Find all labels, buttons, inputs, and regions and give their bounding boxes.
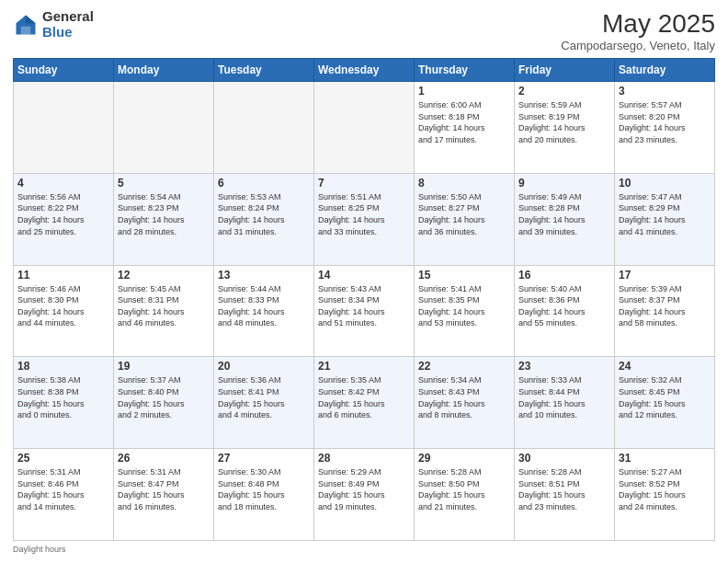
calendar-week-4: 25Sunrise: 5:31 AMSunset: 8:46 PMDayligh… bbox=[14, 449, 715, 541]
day-info: Sunrise: 5:57 AMSunset: 8:20 PMDaylight:… bbox=[619, 99, 711, 145]
day-info: Sunrise: 5:41 AMSunset: 8:35 PMDaylight:… bbox=[418, 283, 510, 329]
day-number: 21 bbox=[318, 360, 410, 373]
calendar-cell: 8Sunrise: 5:50 AMSunset: 8:27 PMDaylight… bbox=[415, 173, 515, 265]
footer: Daylight hours bbox=[13, 545, 715, 554]
day-info: Sunrise: 6:00 AMSunset: 8:18 PMDaylight:… bbox=[418, 99, 510, 145]
day-number: 6 bbox=[218, 177, 310, 190]
header-monday: Monday bbox=[114, 59, 214, 82]
calendar-cell: 5Sunrise: 5:54 AMSunset: 8:23 PMDaylight… bbox=[114, 173, 214, 265]
calendar-cell: 21Sunrise: 5:35 AMSunset: 8:42 PMDayligh… bbox=[314, 357, 415, 449]
day-number: 8 bbox=[418, 177, 510, 190]
day-number: 17 bbox=[619, 269, 711, 282]
day-info: Sunrise: 5:46 AMSunset: 8:30 PMDaylight:… bbox=[17, 283, 109, 329]
calendar-cell: 11Sunrise: 5:46 AMSunset: 8:30 PMDayligh… bbox=[14, 265, 114, 357]
calendar-table: Sunday Monday Tuesday Wednesday Thursday… bbox=[13, 58, 715, 541]
header-tuesday: Tuesday bbox=[214, 59, 314, 82]
header-friday: Friday bbox=[515, 59, 615, 82]
logo-general: General bbox=[42, 8, 94, 24]
calendar-cell: 9Sunrise: 5:49 AMSunset: 8:28 PMDaylight… bbox=[515, 173, 615, 265]
day-number: 24 bbox=[619, 360, 711, 373]
day-info: Sunrise: 5:39 AMSunset: 8:37 PMDaylight:… bbox=[619, 283, 711, 329]
day-number: 9 bbox=[518, 177, 610, 190]
calendar-cell: 29Sunrise: 5:28 AMSunset: 8:50 PMDayligh… bbox=[415, 449, 515, 541]
header-saturday: Saturday bbox=[615, 59, 715, 82]
day-info: Sunrise: 5:35 AMSunset: 8:42 PMDaylight:… bbox=[318, 374, 410, 420]
logo-blue: Blue bbox=[42, 24, 73, 40]
logo: General Blue bbox=[13, 9, 94, 40]
day-info: Sunrise: 5:45 AMSunset: 8:31 PMDaylight:… bbox=[118, 283, 210, 329]
day-info: Sunrise: 5:34 AMSunset: 8:43 PMDaylight:… bbox=[418, 374, 510, 420]
day-number: 16 bbox=[518, 269, 610, 282]
calendar-cell: 3Sunrise: 5:57 AMSunset: 8:20 PMDaylight… bbox=[615, 82, 715, 174]
day-number: 29 bbox=[418, 452, 510, 465]
day-info: Sunrise: 5:44 AMSunset: 8:33 PMDaylight:… bbox=[218, 283, 310, 329]
day-info: Sunrise: 5:54 AMSunset: 8:23 PMDaylight:… bbox=[118, 191, 210, 237]
day-number: 14 bbox=[318, 269, 410, 282]
day-info: Sunrise: 5:49 AMSunset: 8:28 PMDaylight:… bbox=[518, 191, 610, 237]
day-number: 30 bbox=[518, 452, 610, 465]
day-info: Sunrise: 5:50 AMSunset: 8:27 PMDaylight:… bbox=[418, 191, 510, 237]
day-info: Sunrise: 5:43 AMSunset: 8:34 PMDaylight:… bbox=[318, 283, 410, 329]
subtitle: Campodarsego, Veneto, Italy bbox=[561, 39, 715, 52]
calendar-week-0: 1Sunrise: 6:00 AMSunset: 8:18 PMDaylight… bbox=[14, 82, 715, 174]
calendar-week-2: 11Sunrise: 5:46 AMSunset: 8:30 PMDayligh… bbox=[14, 265, 715, 357]
calendar-cell: 19Sunrise: 5:37 AMSunset: 8:40 PMDayligh… bbox=[114, 357, 214, 449]
calendar-cell: 14Sunrise: 5:43 AMSunset: 8:34 PMDayligh… bbox=[314, 265, 415, 357]
calendar-cell: 30Sunrise: 5:28 AMSunset: 8:51 PMDayligh… bbox=[515, 449, 615, 541]
calendar-cell: 2Sunrise: 5:59 AMSunset: 8:19 PMDaylight… bbox=[515, 82, 615, 174]
day-info: Sunrise: 5:59 AMSunset: 8:19 PMDaylight:… bbox=[518, 99, 610, 145]
calendar-cell: 26Sunrise: 5:31 AMSunset: 8:47 PMDayligh… bbox=[114, 449, 214, 541]
day-info: Sunrise: 5:28 AMSunset: 8:50 PMDaylight:… bbox=[418, 466, 510, 512]
day-number: 7 bbox=[318, 177, 410, 190]
calendar-cell: 13Sunrise: 5:44 AMSunset: 8:33 PMDayligh… bbox=[214, 265, 314, 357]
day-number: 2 bbox=[518, 85, 610, 98]
title-block: May 2025 Campodarsego, Veneto, Italy bbox=[561, 9, 715, 52]
header-thursday: Thursday bbox=[415, 59, 515, 82]
calendar-cell: 23Sunrise: 5:33 AMSunset: 8:44 PMDayligh… bbox=[515, 357, 615, 449]
month-title: May 2025 bbox=[561, 9, 715, 39]
day-number: 22 bbox=[418, 360, 510, 373]
day-number: 10 bbox=[619, 177, 711, 190]
day-number: 15 bbox=[418, 269, 510, 282]
calendar-cell: 31Sunrise: 5:27 AMSunset: 8:52 PMDayligh… bbox=[615, 449, 715, 541]
calendar-cell: 15Sunrise: 5:41 AMSunset: 8:35 PMDayligh… bbox=[415, 265, 515, 357]
day-number: 25 bbox=[17, 452, 109, 465]
calendar-cell: 16Sunrise: 5:40 AMSunset: 8:36 PMDayligh… bbox=[515, 265, 615, 357]
page: General Blue May 2025 Campodarsego, Vene… bbox=[0, 0, 728, 563]
day-info: Sunrise: 5:28 AMSunset: 8:51 PMDaylight:… bbox=[518, 466, 610, 512]
day-number: 1 bbox=[418, 85, 510, 98]
day-info: Sunrise: 5:31 AMSunset: 8:46 PMDaylight:… bbox=[17, 466, 109, 512]
day-number: 28 bbox=[318, 452, 410, 465]
day-info: Sunrise: 5:53 AMSunset: 8:24 PMDaylight:… bbox=[218, 191, 310, 237]
day-info: Sunrise: 5:32 AMSunset: 8:45 PMDaylight:… bbox=[619, 374, 711, 420]
header-wednesday: Wednesday bbox=[314, 59, 415, 82]
day-number: 26 bbox=[118, 452, 210, 465]
day-number: 19 bbox=[118, 360, 210, 373]
calendar-cell: 25Sunrise: 5:31 AMSunset: 8:46 PMDayligh… bbox=[14, 449, 114, 541]
day-number: 3 bbox=[619, 85, 711, 98]
day-number: 13 bbox=[218, 269, 310, 282]
calendar-cell: 7Sunrise: 5:51 AMSunset: 8:25 PMDaylight… bbox=[314, 173, 415, 265]
calendar-cell bbox=[214, 82, 314, 174]
day-info: Sunrise: 5:36 AMSunset: 8:41 PMDaylight:… bbox=[218, 374, 310, 420]
calendar-cell: 10Sunrise: 5:47 AMSunset: 8:29 PMDayligh… bbox=[615, 173, 715, 265]
calendar-header-row: Sunday Monday Tuesday Wednesday Thursday… bbox=[14, 59, 715, 82]
day-number: 31 bbox=[619, 452, 711, 465]
day-info: Sunrise: 5:30 AMSunset: 8:48 PMDaylight:… bbox=[218, 466, 310, 512]
calendar-week-3: 18Sunrise: 5:38 AMSunset: 8:38 PMDayligh… bbox=[14, 357, 715, 449]
day-info: Sunrise: 5:37 AMSunset: 8:40 PMDaylight:… bbox=[118, 374, 210, 420]
calendar-cell: 27Sunrise: 5:30 AMSunset: 8:48 PMDayligh… bbox=[214, 449, 314, 541]
day-info: Sunrise: 5:33 AMSunset: 8:44 PMDaylight:… bbox=[518, 374, 610, 420]
day-info: Sunrise: 5:40 AMSunset: 8:36 PMDaylight:… bbox=[518, 283, 610, 329]
day-number: 27 bbox=[218, 452, 310, 465]
day-info: Sunrise: 5:47 AMSunset: 8:29 PMDaylight:… bbox=[619, 191, 711, 237]
calendar-cell: 6Sunrise: 5:53 AMSunset: 8:24 PMDaylight… bbox=[214, 173, 314, 265]
calendar-cell: 4Sunrise: 5:56 AMSunset: 8:22 PMDaylight… bbox=[14, 173, 114, 265]
day-number: 23 bbox=[518, 360, 610, 373]
calendar-cell: 20Sunrise: 5:36 AMSunset: 8:41 PMDayligh… bbox=[214, 357, 314, 449]
calendar-cell: 24Sunrise: 5:32 AMSunset: 8:45 PMDayligh… bbox=[615, 357, 715, 449]
svg-marker-1 bbox=[26, 15, 36, 23]
calendar-cell: 22Sunrise: 5:34 AMSunset: 8:43 PMDayligh… bbox=[415, 357, 515, 449]
logo-text: General Blue bbox=[42, 9, 94, 40]
footer-text: Daylight hours bbox=[13, 545, 66, 554]
